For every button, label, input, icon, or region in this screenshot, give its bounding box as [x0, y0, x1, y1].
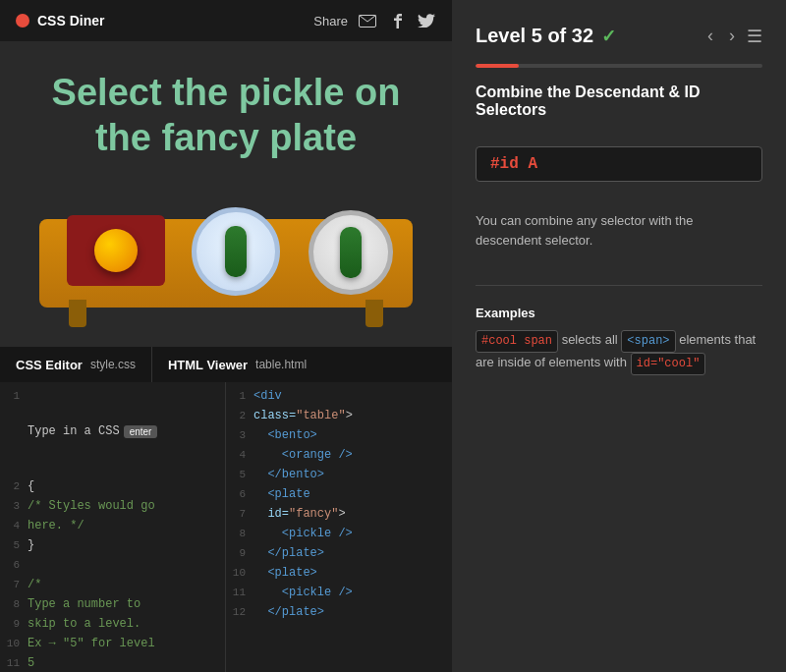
share-area: Share — [313, 13, 436, 28]
html-line-5: 5 </bento> — [226, 465, 452, 484]
headline: Select the pickle on the fancy plate — [0, 41, 452, 180]
html-line-4: 4 <orange /> — [226, 445, 452, 465]
section-title: Combine the Descendant & ID Selectors — [476, 84, 762, 119]
html-tab-section: HTML Viewer table.html — [152, 347, 322, 382]
selector-text: #id A — [490, 155, 537, 173]
html-line-1: 1 <div — [226, 386, 452, 406]
twitter-icon[interactable] — [417, 13, 436, 28]
html-line-2: 2 class="table"> — [226, 406, 452, 425]
css-tab-label: CSS Editor — [16, 358, 83, 372]
plain-plate — [309, 210, 393, 295]
html-line-6: 6 <plate — [226, 484, 452, 504]
example-text-selects: selects all — [562, 332, 622, 347]
progress-bar — [476, 64, 762, 68]
progress-fill — [476, 64, 519, 68]
html-viewer: 1 <div 2 class="table"> 3 <bento> 4 <ora… — [226, 382, 452, 672]
editor-content: 1 Type in a CSS enter 2 { 3 /* Styles wo… — [0, 382, 452, 672]
check-icon: ✓ — [601, 26, 616, 47]
css-line-4: 4 here. */ — [0, 516, 225, 535]
html-line-3: 3 <bento> — [226, 425, 452, 445]
table-leg-right — [365, 300, 383, 327]
bento-box — [67, 215, 165, 286]
right-panel: Level 5 of 32 ✓ ‹ › ☰ Combine the Descen… — [452, 0, 786, 672]
html-line-7: 7 id="fancy"> — [226, 504, 452, 524]
css-line-11: 11 5 — [0, 653, 225, 672]
divider — [476, 285, 762, 286]
next-level-button[interactable]: › — [725, 24, 739, 48]
table-scene — [39, 190, 413, 327]
css-line-8: 8 Type a number to — [0, 594, 225, 614]
orange-element — [94, 229, 138, 272]
html-line-10: 10 <plate> — [226, 563, 452, 583]
nav-icons: ‹ › ☰ — [703, 24, 762, 48]
editor-tabs: CSS Editor style.css HTML Viewer table.h… — [0, 347, 452, 382]
examples-section: Examples #cool span selects all <span> e… — [476, 306, 762, 375]
headline-line1: Select the pickle on — [39, 71, 413, 116]
css-line-3: 3 /* Styles would go — [0, 496, 225, 516]
fancy-plate-wrap — [187, 207, 285, 296]
selector-box: #id A — [476, 146, 762, 182]
share-label: Share — [313, 14, 348, 28]
css-line-9: 9 skip to a level. — [0, 614, 225, 634]
scene-area — [0, 180, 452, 347]
fancy-plate — [192, 207, 280, 296]
css-line-6: 6 — [0, 555, 225, 575]
level-title: Level 5 of 32 ✓ — [476, 25, 616, 47]
css-editor[interactable]: 1 Type in a CSS enter 2 { 3 /* Styles wo… — [0, 382, 226, 672]
table-leg-left — [69, 300, 86, 327]
html-tab-label: HTML Viewer — [168, 358, 248, 372]
description: You can combine any selector with the de… — [476, 211, 762, 250]
email-icon[interactable] — [358, 13, 377, 28]
enter-button[interactable]: enter — [124, 425, 158, 438]
facebook-icon[interactable] — [387, 13, 407, 28]
menu-button[interactable]: ☰ — [747, 26, 762, 47]
level-header: Level 5 of 32 ✓ ‹ › ☰ — [476, 24, 762, 48]
css-tab-file: style.css — [90, 358, 136, 371]
css-line-7: 7 /* — [0, 575, 225, 594]
css-line-10: 10 Ex → "5" for level — [0, 634, 225, 653]
plain-plate-wrap — [307, 209, 395, 296]
example-id-badge: id="cool" — [631, 353, 706, 375]
html-line-12: 12 </plate> — [226, 602, 452, 622]
example-selector-badge: #cool span — [476, 330, 558, 353]
level-text: Level 5 of 32 — [476, 25, 593, 47]
example-line-1: #cool span selects all <span> elements t… — [476, 330, 762, 375]
logo-dot — [16, 14, 29, 28]
prev-level-button[interactable]: ‹ — [703, 24, 717, 48]
css-line-5: 5 } — [0, 535, 225, 555]
css-line-2: 2 { — [0, 476, 225, 496]
html-line-8: 8 <pickle /> — [226, 524, 452, 543]
html-line-9: 9 </plate> — [226, 543, 452, 563]
pickle-plain — [340, 227, 362, 278]
top-bar: CSS Diner Share — [0, 0, 452, 41]
css-tab-section: CSS Editor style.css — [0, 347, 152, 382]
html-tab-file: table.html — [255, 358, 307, 371]
editor-area: CSS Editor style.css HTML Viewer table.h… — [0, 347, 452, 672]
css-line-1: 1 Type in a CSS enter — [0, 386, 225, 476]
left-panel: CSS Diner Share — [0, 0, 452, 672]
pickle-fancy — [225, 226, 247, 277]
html-line-11: 11 <pickle /> — [226, 583, 452, 602]
example-span-badge: <span> — [621, 330, 675, 353]
logo-text: CSS Diner — [37, 13, 306, 28]
examples-label: Examples — [476, 306, 762, 320]
headline-line2: the fancy plate — [39, 116, 413, 161]
